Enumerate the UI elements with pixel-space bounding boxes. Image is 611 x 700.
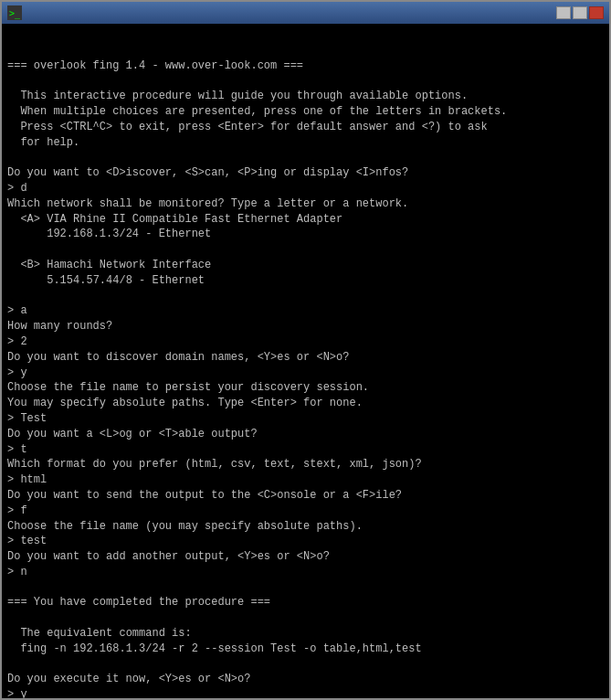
title-bar-left: >_ (7, 5, 27, 20)
terminal-icon: >_ (7, 5, 22, 20)
close-button[interactable] (589, 6, 604, 19)
minimize-button[interactable] (556, 6, 571, 19)
title-bar: >_ (2, 2, 609, 24)
maximize-button[interactable] (573, 6, 587, 19)
svg-text:>_: >_ (9, 8, 21, 19)
terminal-area[interactable]: === overlook fing 1.4 - www.over-look.co… (2, 24, 609, 698)
main-window: >_ === overlook fing 1.4 - www.over-look… (0, 0, 611, 700)
terminal-output: === overlook fing 1.4 - www.over-look.co… (7, 58, 604, 698)
title-bar-buttons (556, 6, 604, 19)
